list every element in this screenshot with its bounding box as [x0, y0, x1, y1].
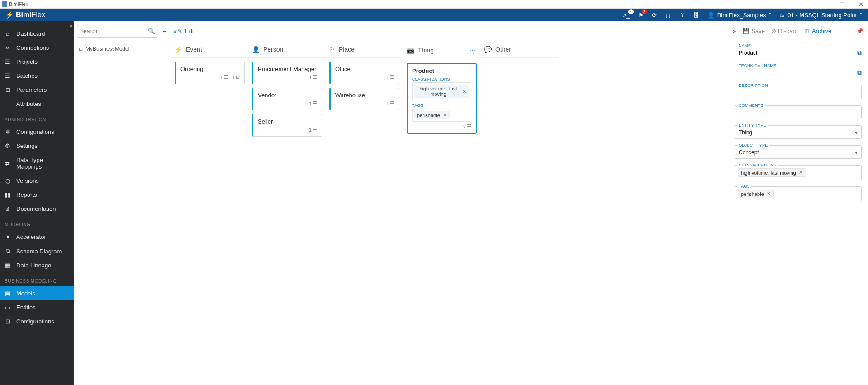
comments-label: COMMENTS [737, 103, 765, 108]
maximize-button[interactable]: ☐ [837, 1, 848, 8]
topnav: ⚡ BimlFlex >_• ⚑8 ⟳ ⫿⫿ ？ 🗄 👤 BimlFlex_Sa… [0, 9, 868, 21]
window-title: BimlFlex [9, 1, 28, 7]
remove-chip-icon[interactable]: ✕ [462, 89, 466, 95]
classification-chip[interactable]: high volume, fast moving✕ [738, 168, 806, 177]
entity-icon: ▭ [5, 304, 11, 311]
tree-root[interactable]: ⊞ MyBusinessModel [79, 46, 166, 52]
section-administration: ADMINISTRATION [0, 111, 74, 125]
column-title: Person [263, 46, 283, 53]
sidebar-item-label: Attributes [16, 100, 41, 107]
column-title: Thing [418, 47, 434, 54]
lines-icon: ≡ [5, 100, 11, 107]
card-title: Ordering [180, 66, 240, 72]
discard-button[interactable]: ⊘Discard [771, 28, 798, 34]
expand-button[interactable]: » [733, 28, 736, 34]
schema-icon: ⧉ [5, 247, 11, 255]
reports-icon[interactable]: ⫿⫿ [665, 12, 671, 19]
swap-icon: ⇄ [5, 160, 11, 167]
search-input-wrap[interactable]: 🔍 [77, 25, 158, 38]
entity-type-label: ENTITY TYPE [737, 123, 768, 128]
sidebar-item-label: Documentation [16, 205, 56, 212]
sidebar-item-settings[interactable]: ⚙Settings [0, 139, 74, 153]
sidebar-item-label: Parameters [16, 86, 47, 93]
version-dropdown[interactable]: ≋ 01 - MSSQL Starting Point ˅ [780, 12, 863, 19]
list-icon: ☰ [313, 127, 317, 133]
technical-name-action-icon[interactable]: ⧉ [857, 69, 862, 76]
sidebar-item-reports[interactable]: ▮▮Reports [0, 188, 74, 202]
remove-chip-icon[interactable]: ✕ [799, 170, 803, 176]
terminal-icon[interactable]: >_• [623, 12, 630, 19]
column-thing: 📷Thing⋯ Product CLASSIFICATIONS high vol… [403, 41, 480, 385]
board: ✎ Edit ⚡Event Ordering 1 ☰ 1 ⊡ 👤Person [171, 21, 728, 385]
column-place: ⚐Place Office 1 ☰ Warehouse 1 ☰ [326, 41, 403, 385]
tags-input[interactable]: perishable✕ [735, 186, 862, 201]
card-procurement-manager[interactable]: Procurement Manager 1 ☰ [252, 62, 322, 84]
search-input[interactable] [80, 28, 148, 34]
card-vendor[interactable]: Vendor 1 ☰ [252, 88, 322, 110]
help-icon[interactable]: ？ [679, 11, 685, 19]
archive-button[interactable]: 🗑Archive [804, 28, 831, 34]
tag-chip[interactable]: perishable ✕ [414, 111, 450, 119]
name-action-icon[interactable]: ⧉ [857, 49, 862, 57]
remove-chip-icon[interactable]: ✕ [443, 112, 447, 118]
sidebar-item-projects[interactable]: ☰Projects [0, 55, 74, 69]
search-icon[interactable]: 🔍 [148, 28, 155, 34]
sidebar-item-connections[interactable]: ∞Connections [0, 41, 74, 55]
sidebar-item-dashboard[interactable]: ⌂Dashboard [0, 27, 74, 41]
card-ordering[interactable]: Ordering 1 ☰ 1 ⊡ [175, 62, 245, 84]
sidebar-item-label: Entities [16, 304, 36, 311]
name-input[interactable] [735, 46, 854, 59]
brand-icon: ⚡ [5, 11, 13, 19]
details-pane: » 💾Save ⊘Discard 🗑Archive 📌 NAME ⧉ TECHN… [728, 21, 868, 385]
card-warehouse[interactable]: Warehouse 1 ☰ [329, 88, 399, 110]
sidebar-item-attributes[interactable]: ≡Attributes [0, 97, 74, 111]
minimize-button[interactable]: — [817, 1, 829, 8]
sidebar-item-documentation[interactable]: 🗎Documentation [0, 202, 74, 216]
tree-root-label: MyBusinessModel [85, 46, 129, 52]
sidebar-item-label: Configurations [16, 318, 54, 325]
card-office[interactable]: Office 1 ☰ [329, 62, 399, 84]
save-button[interactable]: 💾Save [742, 28, 765, 34]
edit-label[interactable]: Edit [185, 28, 195, 34]
sidebar-item-configurations[interactable]: ✲Configurations [0, 125, 74, 139]
sidebar-item-datalineage[interactable]: ▦Data Lineage [0, 258, 74, 272]
sidebar-item-parameters[interactable]: ⊞Parameters [0, 83, 74, 97]
column-person: 👤Person Procurement Manager 1 ☰ Vendor 1… [248, 41, 326, 385]
sidebar-item-label: Models [16, 290, 35, 297]
sidebar-item-datatypemappings[interactable]: ⇄Data Type Mappings [0, 153, 74, 174]
card-title: Office [335, 66, 394, 72]
column-other: 💬Other [480, 41, 558, 385]
sidebar: « ⌂Dashboard ∞Connections ☰Projects ☰Bat… [0, 21, 74, 385]
pin-button[interactable]: 📌 [856, 28, 863, 34]
add-button[interactable]: + [161, 27, 169, 35]
card-title: Warehouse [335, 92, 394, 99]
sidebar-item-versions[interactable]: ◷Versions [0, 174, 74, 188]
remove-chip-icon[interactable]: ✕ [767, 191, 771, 197]
sidebar-collapse-button[interactable]: « [70, 23, 72, 29]
tree-pane: 🔍 + « ⊞ MyBusinessModel [74, 21, 171, 385]
column-menu-button[interactable]: ⋯ [469, 46, 477, 54]
classification-chip[interactable]: high volume, fast moving ✕ [414, 85, 469, 98]
tag-chip[interactable]: perishable✕ [738, 190, 774, 198]
customer-dropdown[interactable]: 👤 BimlFlex_Samples ˅ [707, 12, 772, 19]
flag-icon[interactable]: ⚑8 [638, 12, 644, 19]
sidebar-item-models[interactable]: ▤Models [0, 286, 74, 300]
list-icon: ☰ [390, 100, 394, 106]
gear-icon: ✲ [5, 128, 11, 135]
sidebar-item-batches[interactable]: ☰Batches [0, 69, 74, 83]
section-business: BUSINESS MODELING [0, 272, 74, 286]
book-icon: 🗎 [5, 205, 11, 212]
sidebar-item-label: Reports [16, 191, 37, 198]
sidebar-item-entities[interactable]: ▭Entities [0, 300, 74, 314]
sidebar-item-accelerator[interactable]: ✦Accelerator [0, 230, 74, 244]
discard-icon: ⊘ [771, 28, 776, 34]
sidebar-item-schemadiagram[interactable]: ⧉Schema Diagram [0, 244, 74, 258]
card-product[interactable]: Product CLASSIFICATIONS high volume, fas… [407, 63, 477, 134]
sidebar-item-label: Versions [16, 177, 39, 184]
database-icon[interactable]: 🗄 [693, 12, 699, 19]
card-seller[interactable]: Seller 1 ☰ [252, 114, 322, 137]
sidebar-item-biz-configurations[interactable]: ⊡Configurations [0, 314, 74, 328]
card-title: Seller [258, 118, 317, 125]
close-button[interactable]: ✕ [856, 1, 866, 8]
refresh-icon[interactable]: ⟳ [652, 12, 657, 19]
